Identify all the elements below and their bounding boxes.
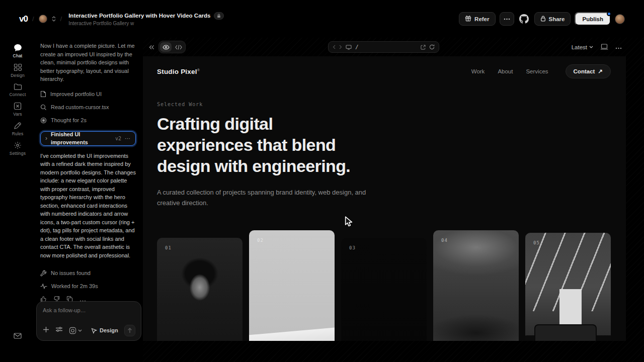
version-card-menu-icon[interactable]: ⋯: [125, 134, 131, 143]
rail-label-chat: Chat: [13, 53, 23, 58]
version-tag: v2: [115, 135, 121, 142]
left-rail: Chat Design Connect Vars Rules Settings: [0, 38, 35, 362]
rail-item-connect[interactable]: Connect: [4, 83, 32, 97]
workspace-switcher-icon[interactable]: [52, 16, 56, 22]
project-card-03[interactable]: 03: [341, 238, 427, 341]
version-dropdown-label: Latest: [572, 44, 587, 50]
feedback-mail-button[interactable]: [14, 332, 22, 341]
refresh-icon[interactable]: [429, 44, 435, 50]
share-button[interactable]: Share: [534, 12, 571, 26]
code-view-toggle[interactable]: [173, 42, 184, 52]
back-icon[interactable]: [333, 45, 336, 49]
card-number: 03: [349, 245, 356, 250]
card-number: 05: [533, 240, 540, 245]
user-avatar[interactable]: [615, 14, 625, 24]
project-card-05[interactable]: 05: [525, 233, 611, 341]
share-label: Share: [549, 16, 565, 22]
task-list: Improved portfolio UI Read custom-cursor…: [40, 88, 136, 126]
file-icon: [40, 90, 46, 98]
device-monitor-icon: [346, 45, 352, 50]
preview-toolbar: / Latest: [143, 38, 644, 56]
wrench-icon: [40, 270, 47, 277]
hero-heading: Crafting digital experiences that blend …: [157, 113, 350, 176]
assistant-summary-message: I've completed the UI improvements with …: [40, 152, 136, 260]
publish-notification-dot: [607, 12, 611, 16]
assistant-intro-message: Now I have a complete picture. Let me cr…: [40, 42, 136, 83]
design-mode-label: Design: [100, 326, 118, 335]
project-card-01[interactable]: 01: [157, 238, 243, 341]
preview-more-icon[interactable]: [615, 44, 622, 51]
rendered-site-preview: Studio Pixel® Work About Services Contac…: [143, 56, 626, 341]
nav-link-work[interactable]: Work: [471, 68, 485, 74]
rail-item-vars[interactable]: Vars: [4, 102, 32, 117]
forward-icon[interactable]: [339, 45, 342, 49]
preview-code-toggle: [158, 41, 186, 53]
attach-plus-icon[interactable]: [43, 326, 49, 335]
sparkle-icon: [40, 117, 47, 124]
status-label: Worked for 2m 39s: [51, 282, 98, 291]
nav-link-services[interactable]: Services: [526, 68, 548, 74]
breadcrumb-separator: /: [32, 15, 34, 23]
follow-up-input[interactable]: [43, 307, 135, 313]
top-bar: v0 / / Interactive Portfolio Gallery wit…: [0, 0, 644, 38]
photo-modern-architecture: [249, 327, 335, 341]
hero-heading-line: experiences that blend: [157, 134, 350, 155]
refer-button[interactable]: Refer: [459, 12, 495, 26]
chat-bubble-icon: [14, 44, 22, 52]
site-brand[interactable]: Studio Pixel®: [157, 68, 200, 75]
preview-url-bar[interactable]: /: [328, 41, 439, 53]
mouse-cursor: [344, 216, 354, 227]
design-mode-selector[interactable]: Design: [91, 326, 118, 335]
viewport-toggle-icon[interactable]: [600, 43, 608, 52]
hero-heading-line: Crafting digital: [157, 113, 350, 134]
send-button[interactable]: [124, 325, 135, 336]
topbar-more-button[interactable]: [500, 12, 514, 26]
nav-link-about[interactable]: About: [498, 68, 513, 74]
status-worked-duration[interactable]: Worked for 2m 39s: [40, 280, 136, 293]
rail-item-rules[interactable]: Rules: [4, 122, 32, 136]
eye-icon: [163, 45, 170, 50]
refer-label: Refer: [474, 16, 489, 22]
task-read-custom-cursor[interactable]: Read custom-cursor.tsx: [40, 102, 136, 113]
site-header: Studio Pixel® Work About Services Contac…: [157, 64, 611, 78]
pulse-icon: [40, 284, 47, 289]
rail-item-chat[interactable]: Chat: [4, 44, 32, 58]
rail-item-design[interactable]: Design: [4, 63, 32, 78]
arrow-up-icon: [127, 328, 132, 333]
workspace-avatar[interactable]: [39, 15, 47, 23]
preview-canvas: / Latest Studio Pixel®: [143, 38, 644, 362]
rail-label-design: Design: [11, 73, 25, 78]
preview-eye-toggle[interactable]: [160, 42, 172, 52]
status-no-issues[interactable]: No issues found: [40, 266, 136, 280]
chat-panel: Now I have a complete picture. Let me cr…: [35, 38, 143, 362]
folder-icon: [14, 83, 22, 90]
v0-logo[interactable]: v0: [19, 14, 28, 24]
rail-label-settings: Settings: [10, 151, 26, 156]
publish-button[interactable]: Publish: [575, 12, 611, 26]
envelope-icon: [14, 333, 22, 339]
contact-button[interactable]: Contact ↗: [566, 64, 611, 78]
task-thought[interactable]: Thought for 2s: [40, 115, 136, 126]
version-dropdown[interactable]: Latest: [572, 44, 593, 50]
breadcrumb-separator: /: [60, 15, 62, 23]
photo-car-window: [534, 324, 597, 341]
task-improved-portfolio-ui[interactable]: Improved portfolio UI: [40, 88, 136, 100]
collapse-panel-icon[interactable]: [149, 45, 154, 50]
lock-icon: [540, 16, 546, 23]
photo-car-silhouette: [525, 335, 611, 341]
task-label: Thought for 2s: [51, 116, 87, 125]
github-icon[interactable]: [518, 13, 530, 25]
open-external-icon[interactable]: [421, 45, 426, 50]
chat-composer[interactable]: Design: [36, 301, 141, 341]
task-label: Improved portfolio UI: [50, 90, 102, 99]
project-card-02[interactable]: 02: [249, 230, 335, 341]
rail-item-settings[interactable]: Settings: [4, 141, 32, 156]
settings-sliders-icon[interactable]: [55, 326, 63, 335]
gear-icon: [14, 141, 22, 149]
url-path[interactable]: /: [355, 44, 359, 50]
private-lock-icon: [214, 12, 224, 20]
project-title[interactable]: Interactive Portfolio Gallery with Hover…: [68, 13, 210, 19]
version-card-finished-ui-improvements[interactable]: › Finished UI improvements v2 ⋯: [40, 131, 136, 146]
project-card-04[interactable]: 04: [433, 230, 519, 341]
model-selector[interactable]: [69, 327, 82, 334]
